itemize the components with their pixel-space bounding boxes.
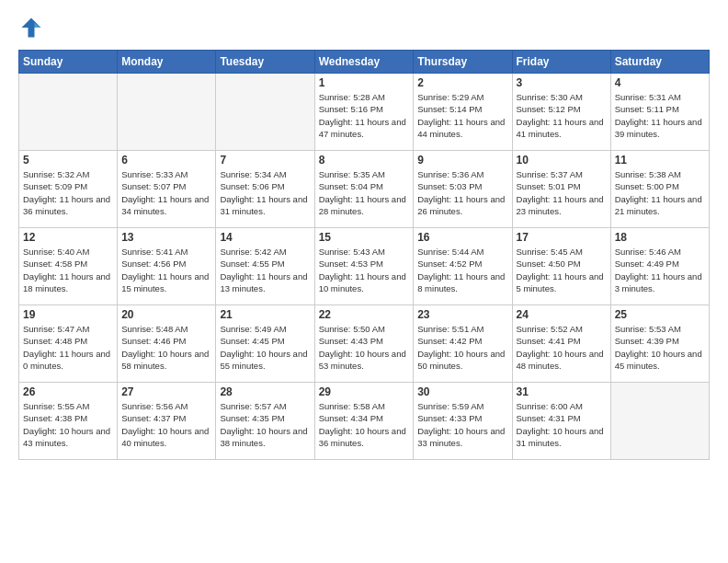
day-info: Sunrise: 5:49 AMSunset: 4:45 PMDaylight:… [220, 323, 310, 372]
week-row-2: 5Sunrise: 5:32 AMSunset: 5:09 PMDaylight… [19, 151, 710, 228]
logo [18, 15, 48, 40]
day-number: 10 [517, 154, 607, 167]
weekday-header-friday: Friday [512, 51, 610, 74]
day-cell [610, 383, 709, 460]
day-cell: 28Sunrise: 5:57 AMSunset: 4:35 PMDayligh… [216, 383, 314, 460]
day-number: 29 [319, 385, 410, 398]
weekday-header-saturday: Saturday [610, 51, 709, 74]
day-cell: 18Sunrise: 5:46 AMSunset: 4:49 PMDayligh… [610, 228, 709, 305]
day-cell: 13Sunrise: 5:41 AMSunset: 4:56 PMDayligh… [118, 228, 216, 305]
day-cell: 26Sunrise: 5:55 AMSunset: 4:38 PMDayligh… [19, 383, 118, 460]
day-number: 14 [220, 231, 310, 244]
day-cell: 2Sunrise: 5:29 AMSunset: 5:14 PMDaylight… [414, 74, 512, 151]
day-info: Sunrise: 5:32 AMSunset: 5:09 PMDaylight:… [23, 168, 113, 217]
day-cell: 1Sunrise: 5:28 AMSunset: 5:16 PMDaylight… [314, 74, 414, 151]
day-info: Sunrise: 5:40 AMSunset: 4:58 PMDaylight:… [23, 246, 113, 294]
day-info: Sunrise: 5:51 AMSunset: 4:42 PMDaylight:… [417, 323, 507, 372]
weekday-header-tuesday: Tuesday [216, 51, 314, 74]
day-cell: 24Sunrise: 5:52 AMSunset: 4:41 PMDayligh… [512, 305, 610, 383]
day-cell: 23Sunrise: 5:51 AMSunset: 4:42 PMDayligh… [414, 305, 512, 383]
weekday-header-sunday: Sunday [19, 51, 118, 74]
day-info: Sunrise: 5:56 AMSunset: 4:37 PMDaylight:… [121, 400, 211, 449]
day-number: 6 [121, 154, 211, 167]
day-number: 22 [319, 308, 410, 321]
day-number: 8 [319, 154, 410, 167]
day-cell: 9Sunrise: 5:36 AMSunset: 5:03 PMDaylight… [414, 151, 512, 228]
day-number: 2 [417, 76, 507, 89]
day-info: Sunrise: 5:41 AMSunset: 4:56 PMDaylight:… [121, 246, 211, 294]
day-info: Sunrise: 5:36 AMSunset: 5:03 PMDaylight:… [417, 168, 507, 217]
day-cell: 5Sunrise: 5:32 AMSunset: 5:09 PMDaylight… [19, 151, 118, 228]
weekday-header-thursday: Thursday [414, 51, 512, 74]
week-row-3: 12Sunrise: 5:40 AMSunset: 4:58 PMDayligh… [19, 228, 710, 305]
day-cell: 10Sunrise: 5:37 AMSunset: 5:01 PMDayligh… [512, 151, 610, 228]
day-info: Sunrise: 5:29 AMSunset: 5:14 PMDaylight:… [417, 91, 507, 140]
day-cell [19, 74, 118, 151]
day-cell [118, 74, 216, 151]
day-number: 25 [615, 308, 705, 321]
day-cell: 3Sunrise: 5:30 AMSunset: 5:12 PMDaylight… [512, 74, 610, 151]
day-info: Sunrise: 5:38 AMSunset: 5:00 PMDaylight:… [615, 168, 705, 217]
day-info: Sunrise: 5:43 AMSunset: 4:53 PMDaylight:… [319, 246, 410, 294]
day-number: 5 [23, 154, 113, 167]
day-number: 7 [220, 154, 310, 167]
day-number: 31 [517, 385, 607, 398]
day-number: 30 [417, 385, 507, 398]
day-number: 3 [517, 76, 607, 89]
day-cell: 7Sunrise: 5:34 AMSunset: 5:06 PMDaylight… [216, 151, 314, 228]
calendar-table: SundayMondayTuesdayWednesdayThursdayFrid… [18, 50, 710, 460]
day-info: Sunrise: 5:53 AMSunset: 4:39 PMDaylight:… [615, 323, 705, 372]
day-info: Sunrise: 5:44 AMSunset: 4:52 PMDaylight:… [417, 246, 507, 294]
day-info: Sunrise: 5:58 AMSunset: 4:34 PMDaylight:… [319, 400, 410, 449]
day-number: 13 [121, 231, 211, 244]
day-info: Sunrise: 5:57 AMSunset: 4:35 PMDaylight:… [220, 400, 310, 449]
day-info: Sunrise: 5:37 AMSunset: 5:01 PMDaylight:… [517, 168, 607, 217]
day-info: Sunrise: 5:46 AMSunset: 4:49 PMDaylight:… [615, 246, 705, 294]
day-info: Sunrise: 5:28 AMSunset: 5:16 PMDaylight:… [319, 91, 410, 140]
day-info: Sunrise: 5:33 AMSunset: 5:07 PMDaylight:… [121, 168, 211, 217]
weekday-header-row: SundayMondayTuesdayWednesdayThursdayFrid… [19, 51, 710, 74]
day-info: Sunrise: 5:30 AMSunset: 5:12 PMDaylight:… [517, 91, 607, 140]
day-cell: 12Sunrise: 5:40 AMSunset: 4:58 PMDayligh… [19, 228, 118, 305]
day-info: Sunrise: 5:55 AMSunset: 4:38 PMDaylight:… [23, 400, 113, 449]
day-cell: 6Sunrise: 5:33 AMSunset: 5:07 PMDaylight… [118, 151, 216, 228]
day-number: 28 [220, 385, 310, 398]
day-info: Sunrise: 5:31 AMSunset: 5:11 PMDaylight:… [615, 91, 705, 140]
day-info: Sunrise: 5:59 AMSunset: 4:33 PMDaylight:… [417, 400, 507, 449]
day-number: 21 [220, 308, 310, 321]
day-cell: 30Sunrise: 5:59 AMSunset: 4:33 PMDayligh… [414, 383, 512, 460]
day-number: 15 [319, 231, 410, 244]
day-info: Sunrise: 5:50 AMSunset: 4:43 PMDaylight:… [319, 323, 410, 372]
day-cell: 14Sunrise: 5:42 AMSunset: 4:55 PMDayligh… [216, 228, 314, 305]
day-cell: 31Sunrise: 6:00 AMSunset: 4:31 PMDayligh… [512, 383, 610, 460]
day-number: 18 [615, 231, 705, 244]
day-cell: 29Sunrise: 5:58 AMSunset: 4:34 PMDayligh… [314, 383, 414, 460]
day-number: 17 [517, 231, 607, 244]
day-info: Sunrise: 5:42 AMSunset: 4:55 PMDaylight:… [220, 246, 310, 294]
day-number: 1 [319, 76, 410, 89]
day-cell: 22Sunrise: 5:50 AMSunset: 4:43 PMDayligh… [314, 305, 414, 383]
day-cell: 25Sunrise: 5:53 AMSunset: 4:39 PMDayligh… [610, 305, 709, 383]
day-number: 19 [23, 308, 113, 321]
day-cell: 20Sunrise: 5:48 AMSunset: 4:46 PMDayligh… [118, 305, 216, 383]
day-info: Sunrise: 5:34 AMSunset: 5:06 PMDaylight:… [220, 168, 310, 217]
day-cell: 19Sunrise: 5:47 AMSunset: 4:48 PMDayligh… [19, 305, 118, 383]
day-cell: 15Sunrise: 5:43 AMSunset: 4:53 PMDayligh… [314, 228, 414, 305]
day-cell: 8Sunrise: 5:35 AMSunset: 5:04 PMDaylight… [314, 151, 414, 228]
day-number: 11 [615, 154, 705, 167]
day-cell: 17Sunrise: 5:45 AMSunset: 4:50 PMDayligh… [512, 228, 610, 305]
day-number: 24 [517, 308, 607, 321]
day-info: Sunrise: 5:48 AMSunset: 4:46 PMDaylight:… [121, 323, 211, 372]
day-number: 20 [121, 308, 211, 321]
week-row-5: 26Sunrise: 5:55 AMSunset: 4:38 PMDayligh… [19, 383, 710, 460]
day-cell: 16Sunrise: 5:44 AMSunset: 4:52 PMDayligh… [414, 228, 512, 305]
day-cell: 21Sunrise: 5:49 AMSunset: 4:45 PMDayligh… [216, 305, 314, 383]
day-info: Sunrise: 5:35 AMSunset: 5:04 PMDaylight:… [319, 168, 410, 217]
page-container: SundayMondayTuesdayWednesdayThursdayFrid… [0, 0, 728, 469]
day-number: 27 [121, 385, 211, 398]
day-info: Sunrise: 5:45 AMSunset: 4:50 PMDaylight:… [517, 246, 607, 294]
logo-icon [18, 15, 44, 40]
day-number: 16 [417, 231, 507, 244]
day-number: 9 [417, 154, 507, 167]
day-number: 12 [23, 231, 113, 244]
